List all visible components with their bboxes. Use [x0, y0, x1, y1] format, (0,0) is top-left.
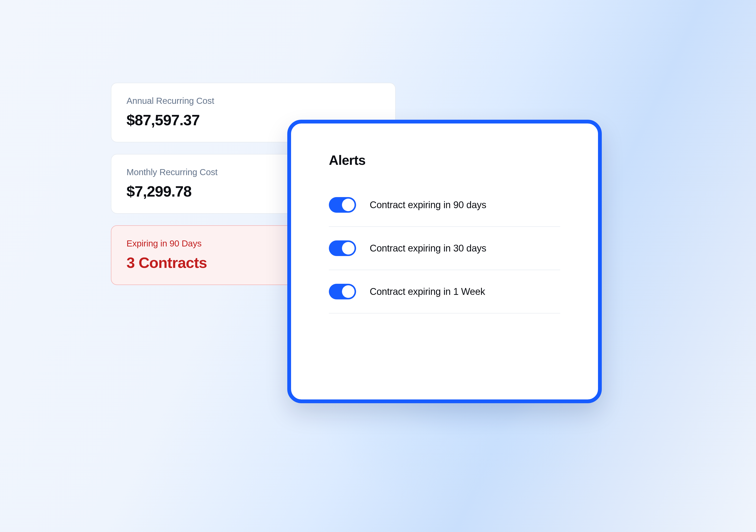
annual-cost-label: Annual Recurring Cost	[126, 96, 380, 106]
toggle-knob	[342, 199, 355, 211]
alert-toggle-30-days[interactable]	[329, 240, 356, 256]
alert-row-90-days: Contract expiring in 90 days	[329, 183, 560, 227]
alert-row-30-days: Contract expiring in 30 days	[329, 227, 560, 270]
alerts-panel: Alerts Contract expiring in 90 days Cont…	[287, 120, 602, 403]
alerts-title: Alerts	[329, 152, 560, 168]
alert-toggle-1-week[interactable]	[329, 284, 356, 299]
alert-label: Contract expiring in 1 Week	[370, 286, 485, 297]
alert-toggle-90-days[interactable]	[329, 197, 356, 213]
alert-row-1-week: Contract expiring in 1 Week	[329, 270, 560, 313]
toggle-knob	[342, 242, 355, 254]
alert-label: Contract expiring in 90 days	[370, 200, 486, 210]
alert-label: Contract expiring in 30 days	[370, 243, 486, 254]
toggle-knob	[342, 285, 355, 298]
